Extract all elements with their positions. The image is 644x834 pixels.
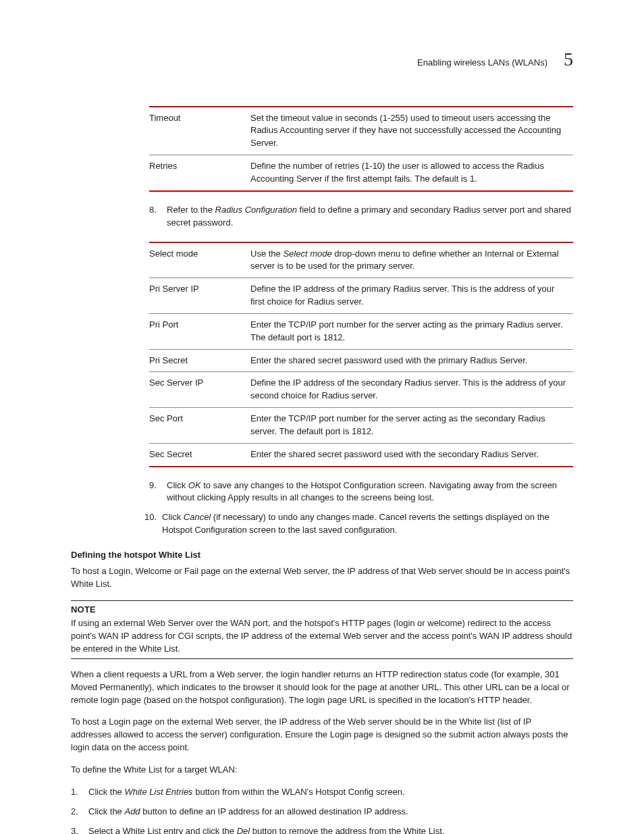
paragraph: When a client requests a URL from a Web … — [71, 669, 573, 707]
paragraph: To define the White List for a target WL… — [71, 764, 573, 777]
table-row: Sec Secret Enter the shared secret passw… — [149, 443, 573, 466]
note-label: NOTE — [71, 604, 573, 617]
field-name: Retries — [149, 155, 250, 191]
whitelist-step-1: 1. Click the White List Entries button f… — [71, 786, 573, 799]
field-name: Sec Server IP — [149, 372, 250, 408]
table-row: Select mode Use the Select mode drop-dow… — [149, 242, 573, 278]
step-9: 9. Click OK to save any changes to the H… — [149, 479, 573, 505]
note-block: NOTE If using an external Web Server ove… — [71, 600, 573, 659]
step-number: 3. — [71, 825, 78, 835]
table-row: Timeout Set the timeout value in seconds… — [149, 107, 573, 155]
field-desc: Enter the TCP/IP port number for the ser… — [250, 408, 573, 444]
step-text: Refer to the Radius Configuration field … — [167, 205, 571, 228]
field-desc: Use the Select mode drop-down menu to de… — [250, 242, 573, 278]
table-row: Pri Port Enter the TCP/IP port number fo… — [149, 313, 573, 349]
step-text: Select a White List entry and click the … — [88, 826, 444, 835]
whitelist-heading: Defining the hotspot White List — [71, 549, 573, 562]
step-number: 10. — [144, 511, 157, 524]
field-name: Sec Port — [149, 408, 250, 444]
table-row: Pri Secret Enter the shared secret passw… — [149, 349, 573, 372]
field-name: Sec Secret — [149, 443, 250, 466]
field-name: Pri Secret — [149, 349, 250, 372]
field-desc: Set the timeout value in seconds (1-255)… — [250, 107, 573, 155]
field-name: Select mode — [149, 242, 250, 278]
table-row: Sec Port Enter the TCP/IP port number fo… — [149, 408, 573, 444]
step-number: 9. — [149, 479, 157, 492]
whitelist-intro: To host a Login, Welcome or Fail page on… — [71, 565, 573, 591]
paragraph: To host a Login page on the external Web… — [71, 716, 573, 754]
step-text: Click the Add button to define an IP add… — [88, 806, 408, 816]
table-row: Retries Define the number of retries (1-… — [149, 155, 573, 191]
step-text: Click the White List Entries button from… — [88, 787, 405, 797]
table-row: Pri Server IP Define the IP address of t… — [149, 278, 573, 314]
step-10: 10. Click Cancel (if necessary) to undo … — [144, 511, 573, 537]
field-desc: Define the IP address of the primary Rad… — [250, 278, 573, 314]
chapter-number: 5 — [564, 46, 573, 74]
field-desc: Enter the shared secret password used wi… — [250, 443, 573, 466]
note-body: If using an external Web Server over the… — [71, 617, 573, 656]
step-number: 1. — [71, 786, 78, 799]
field-desc: Enter the TCP/IP port number for the ser… — [250, 313, 573, 349]
step-text: Click OK to save any changes to the Hots… — [167, 480, 557, 503]
step-text: Click Cancel (if necessary) to undo any … — [162, 512, 549, 535]
radius-config-table: Select mode Use the Select mode drop-dow… — [149, 242, 573, 467]
whitelist-step-2: 2. Click the Add button to define an IP … — [71, 806, 573, 818]
field-name: Pri Server IP — [149, 278, 250, 314]
table-row: Sec Server IP Define the IP address of t… — [149, 372, 573, 408]
field-desc: Enter the shared secret password used wi… — [250, 349, 573, 372]
field-desc: Define the IP address of the secondary R… — [250, 372, 573, 408]
page-header: Enabling wireless LANs (WLANs) 5 — [71, 46, 573, 74]
accounting-table: Timeout Set the timeout value in seconds… — [149, 106, 573, 192]
field-desc: Define the number of retries (1-10) the … — [250, 155, 573, 191]
whitelist-step-3: 3. Select a White List entry and click t… — [71, 825, 573, 835]
step-number: 2. — [71, 806, 78, 818]
header-title: Enabling wireless LANs (WLANs) — [417, 57, 547, 70]
step-8: 8. Refer to the Radius Configuration fie… — [149, 204, 573, 230]
field-name: Pri Port — [149, 313, 250, 349]
step-number: 8. — [149, 204, 157, 217]
field-name: Timeout — [149, 107, 250, 155]
